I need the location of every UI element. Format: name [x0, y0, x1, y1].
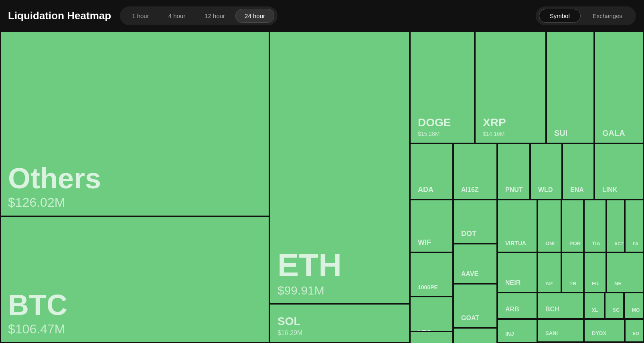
cell-sani-name: SANI [545, 331, 558, 336]
cell-sani[interactable]: SANI [537, 319, 584, 342]
cell-bch[interactable]: BCH [537, 293, 584, 319]
cell-inj-name: INJ [505, 331, 514, 337]
app-title: Liquidation Heatmap [8, 10, 111, 22]
cell-fa-name: FA [633, 242, 638, 246]
cell-tia[interactable]: TIA [584, 200, 606, 252]
cell-btc[interactable]: BTC $106.47M [0, 216, 269, 343]
cell-others-value: $126.02M [8, 195, 65, 210]
cell-act-name: ACT [614, 242, 624, 246]
cell-wif-name: WIF [418, 239, 431, 246]
cell-doge-name: DOGE [418, 117, 451, 128]
cell-sol[interactable]: SOL $16.29M [269, 304, 410, 343]
cell-pengu[interactable]: PENGU [453, 328, 497, 343]
heatmap: Others $126.02M BTC $106.47M ETH $99.91M… [0, 31, 644, 343]
cell-ap[interactable]: AP [537, 252, 561, 293]
cell-ada[interactable]: ADA [410, 143, 453, 200]
cell-gala-name: GALA [602, 129, 625, 137]
cell-por[interactable]: POR [561, 200, 584, 252]
cell-wld-name: WLD [538, 187, 553, 193]
cell-xrp-value: $14.16M [483, 131, 504, 137]
right-filter-group: Symbol Exchanges [536, 6, 636, 25]
cell-eth-value: $99.91M [277, 284, 324, 297]
cell-sol-value: $16.29M [277, 329, 302, 337]
header: Liquidation Heatmap 1 hour 4 hour 12 hou… [0, 0, 644, 31]
filter-24h[interactable]: 24 hour [235, 9, 274, 23]
filter-1h[interactable]: 1 hour [123, 9, 158, 23]
cell-btc-value: $106.47M [8, 322, 65, 337]
cell-tia-name: TIA [592, 241, 600, 246]
cell-eth-name: ETH [277, 249, 342, 281]
cell-ena-name: ENA [570, 187, 584, 193]
cell-dot-name: DOT [461, 230, 476, 237]
cell-tr-name: TR [569, 281, 576, 286]
filter-12h[interactable]: 12 hour [196, 9, 234, 23]
cell-link-name: LINK [602, 187, 617, 193]
cell-sc[interactable]: SC [605, 293, 624, 319]
cell-eo-name: EO [633, 331, 639, 336]
cell-pnut[interactable]: PNUT [497, 143, 530, 200]
cell-eo[interactable]: EO [625, 319, 644, 342]
cell-mo[interactable]: MO [624, 293, 644, 319]
cell-sui[interactable]: SUI [546, 31, 594, 143]
cell-tr[interactable]: TR [561, 252, 584, 293]
cell-oni[interactable]: ONI [537, 200, 561, 252]
cell-sc-name: SC [613, 308, 620, 313]
cell-ena[interactable]: ENA [562, 143, 594, 200]
cell-ai16z-name: AI16Z [461, 187, 479, 193]
cell-ne-name: NE [614, 281, 622, 286]
time-filter-group: 1 hour 4 hour 12 hour 24 hour [120, 6, 277, 25]
filter-symbol[interactable]: Symbol [539, 9, 581, 23]
cell-pnut-name: PNUT [505, 187, 523, 193]
cell-neir-name: NEIR [505, 280, 520, 286]
cell-virtua[interactable]: VIRTUA [497, 200, 537, 252]
cell-fil-name: FIL [592, 281, 600, 286]
cell-mo-name: MO [632, 308, 640, 313]
cell-bch-name: BCH [545, 306, 559, 313]
cell-btc-name: BTC [8, 291, 67, 319]
cell-aave[interactable]: AAVE [453, 244, 497, 284]
cell-eth[interactable]: ETH $99.91M [269, 31, 410, 304]
cell-xrp-name: XRP [483, 117, 506, 128]
cell-xl[interactable]: XL [584, 293, 605, 319]
cell-1000pe-name: 1000PE [418, 284, 438, 290]
cell-fa[interactable]: FA [625, 200, 644, 252]
cell-ada-name: ADA [418, 186, 433, 193]
cell-dydx-name: DYDX [592, 331, 606, 336]
cell-xl-name: XL [592, 308, 598, 313]
filter-4h[interactable]: 4 hour [160, 9, 194, 23]
cell-neir[interactable]: NEIR [497, 252, 537, 293]
cell-arb[interactable]: ARB [497, 293, 537, 319]
cell-others[interactable]: Others $126.02M [0, 31, 269, 216]
cell-sol-name: SOL [277, 316, 301, 327]
cell-inj[interactable]: INJ [497, 319, 537, 343]
cell-gala[interactable]: GALA [594, 31, 644, 143]
cell-virtua-name: VIRTUA [505, 240, 526, 246]
cell-dot[interactable]: DOT [453, 200, 497, 244]
cell-xrp[interactable]: XRP $14.16M [475, 31, 546, 143]
cell-wif[interactable]: WIF [410, 200, 453, 252]
cell-doge-value: $15.28M [418, 131, 439, 137]
cell-ai16z[interactable]: AI16Z [453, 143, 497, 200]
cell-arb-name: ARB [505, 306, 519, 313]
cell-avax[interactable]: AVAX [410, 331, 453, 343]
cell-doge[interactable]: DOGE $15.28M [410, 31, 475, 143]
filter-exchanges[interactable]: Exchanges [582, 9, 633, 23]
cell-ap-name: AP [545, 281, 553, 286]
cell-others-name: Others [8, 164, 101, 193]
cell-sui-name: SUI [554, 129, 567, 137]
cell-ne[interactable]: NE [606, 252, 644, 293]
cell-wld[interactable]: WLD [530, 143, 562, 200]
cell-goat[interactable]: GOAT [453, 284, 497, 328]
cell-fil[interactable]: FIL [584, 252, 606, 293]
cell-link[interactable]: LINK [594, 143, 644, 200]
cell-dydx[interactable]: DYDX [584, 319, 625, 342]
cell-aave-name: AAVE [461, 271, 478, 277]
cell-1000pe[interactable]: 1000PE [410, 252, 453, 297]
cell-goat-name: GOAT [461, 315, 479, 321]
cell-oni-name: ONI [545, 241, 555, 246]
cell-act[interactable]: ACT [606, 200, 625, 252]
cell-por-name: POR [569, 241, 581, 246]
